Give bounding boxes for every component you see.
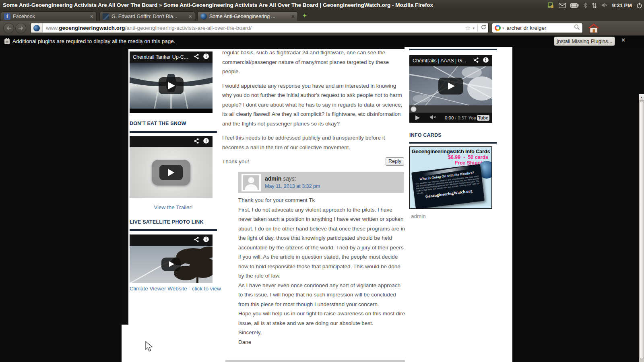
next-comment-header-edge — [225, 360, 405, 362]
divider — [409, 142, 497, 144]
network-manager-icon[interactable] — [547, 2, 554, 9]
climate-viewer-link[interactable]: Climate Viewer Website - click to view — [130, 286, 221, 292]
comment-author: admin says: — [265, 175, 296, 182]
notification-close-icon[interactable]: × — [621, 37, 625, 44]
share-icon[interactable] — [193, 138, 199, 146]
site-identity-box[interactable] — [31, 23, 43, 33]
google-search-engine-icon[interactable] — [495, 25, 501, 31]
search-bar[interactable]: ▾ archer dr kreiger — [492, 23, 583, 33]
url-text[interactable]: www.geoengineeringwatch.org/anti-geoengi… — [43, 25, 465, 31]
network-activity-icon[interactable] — [592, 2, 597, 8]
scrollbar[interactable]: ▲ ▼ — [639, 94, 644, 362]
search-magnifier-icon[interactable] — [574, 24, 580, 32]
bookmark-dropdown-icon[interactable]: ▾ — [473, 26, 475, 30]
video-footer-bar — [130, 109, 213, 113]
info-icon[interactable] — [203, 138, 209, 146]
new-tab-button[interactable]: + — [300, 12, 309, 20]
play-button[interactable] — [159, 77, 184, 94]
video-thumbnail-grey[interactable] — [130, 147, 213, 198]
clock[interactable]: 9:31 PM — [612, 2, 632, 8]
info-icon[interactable] — [203, 236, 209, 244]
tab-close-icon[interactable]: × — [291, 13, 295, 20]
video-title: Chemtrails | AAAS | G... — [409, 58, 473, 64]
video-thumbnail-sky-trees[interactable] — [130, 246, 213, 283]
plugin-icon — [4, 38, 10, 46]
site-favicon — [33, 25, 40, 31]
comment-date-link[interactable]: May 11, 2013 at 3:32 pm — [265, 183, 320, 189]
info-card-image: What is Going On with the Weather? Our w… — [411, 164, 485, 209]
reload-icon[interactable] — [481, 24, 487, 32]
tab-close-icon[interactable]: × — [189, 13, 192, 20]
comment-paragraph: regular basis, such as flightradar 24 an… — [222, 48, 404, 76]
forward-button[interactable] — [15, 23, 26, 33]
volume-muted-icon[interactable] — [601, 2, 608, 8]
tab-close-icon[interactable]: × — [90, 13, 93, 20]
comment-line: Dane — [238, 337, 406, 347]
tab-label: Some Anti-Geoengineering ... — [209, 14, 289, 19]
video-widget-chemtrails-aaas[interactable]: Chemtrails | AAAS | G... — [409, 55, 492, 123]
info-icon[interactable] — [203, 53, 209, 61]
video-thumbnail-aircraft[interactable] — [130, 63, 213, 109]
home-button[interactable] — [587, 23, 601, 34]
tab-facebook[interactable]: f Facebook × — [1, 11, 97, 21]
griffin-favicon — [103, 13, 109, 20]
facebook-favicon: f — [4, 13, 10, 20]
divider — [130, 131, 217, 133]
navigation-toolbar: www.geoengineeringwatch.org/anti-geoengi… — [0, 21, 644, 36]
battery-icon[interactable] — [570, 3, 579, 8]
bookmark-star-icon[interactable]: ☆ — [465, 25, 471, 31]
video-widget-trailer[interactable] — [130, 136, 213, 198]
scrubber-handle[interactable] — [411, 106, 417, 112]
scrollbar-up-arrow[interactable]: ▲ — [639, 94, 644, 101]
video-controls-bar: 0:00 / 0:57 YouTube — [409, 113, 492, 123]
comment-line: First, I do not advocate any violent app… — [238, 205, 406, 281]
youtube-logo[interactable]: YouTube — [469, 115, 489, 121]
divider — [409, 49, 497, 50]
window-title: Some Anti-Geoengineering Activists Are A… — [3, 2, 433, 8]
search-input[interactable]: archer dr kreiger — [507, 25, 574, 31]
tab-label: Facebook — [13, 14, 88, 19]
tab-geoengineering-active[interactable]: Some Anti-Geoengineering ... × — [197, 11, 298, 21]
video-widget-climate-viewer[interactable] — [130, 234, 213, 283]
infocard-title: Geoengineeringwatch Info Cards — [410, 148, 491, 154]
player-play-icon[interactable] — [415, 115, 420, 120]
view-trailer-link[interactable]: View the Trailer! — [130, 204, 217, 210]
play-button[interactable] — [161, 258, 181, 271]
mouse-cursor — [144, 341, 153, 354]
url-bar[interactable]: www.geoengineeringwatch.org/anti-geoengi… — [31, 23, 489, 33]
comment-text-block: regular basis, such as flightradar 24 an… — [222, 47, 404, 171]
install-missing-plugins-button[interactable]: Install Missing Plugins... — [554, 37, 615, 46]
infocard-admin-caption: admin — [411, 213, 426, 219]
search-engine-dropdown-icon[interactable]: ▾ — [502, 26, 504, 30]
video-widget-chemtrail-tanker[interactable]: Chemtrail Tanker Up-C... — [130, 51, 213, 113]
video-thumbnail-satellite[interactable] — [409, 66, 492, 105]
tab-griffin[interactable]: G. Edward Griffin: Don't Bla... × — [99, 11, 195, 21]
share-icon[interactable] — [193, 53, 199, 61]
scrollbar-thumb[interactable] — [640, 101, 644, 359]
tab-bar: f Facebook × G. Edward Griffin: Don't Bl… — [0, 10, 644, 21]
page-content: Chemtrail Tanker Up-C... DON’ — [122, 47, 512, 362]
share-icon[interactable] — [193, 237, 199, 244]
comment-line: Sincerely, — [238, 328, 406, 337]
player-mute-icon[interactable] — [429, 114, 437, 121]
player-time: 0:00 / 0:57 — [445, 115, 466, 120]
heading-info-cards: INFO CARDS — [409, 132, 442, 138]
video-progress-bar[interactable] — [409, 105, 492, 113]
mail-icon[interactable] — [559, 3, 566, 8]
reply-button[interactable]: Reply — [386, 157, 404, 166]
divider — [130, 229, 217, 231]
play-button[interactable] — [438, 78, 463, 95]
session-power-icon[interactable] — [636, 2, 642, 8]
info-icon[interactable] — [483, 57, 489, 65]
share-icon[interactable] — [473, 57, 479, 65]
bluetooth-icon[interactable] — [583, 2, 587, 8]
youtube-play-logo[interactable] — [152, 160, 190, 185]
heading-live-satellite: LIVE SATELLITE PHOTO LINK — [130, 219, 204, 225]
info-cards-ad[interactable]: Geoengineeringwatch Info Cards $6.99 - 5… — [409, 146, 492, 209]
avatar — [242, 174, 261, 191]
comment-line: Thank you for your comment Tk — [238, 195, 406, 205]
comment-paragraph: I feel this needs to be addressed public… — [222, 133, 404, 152]
back-button[interactable] — [3, 23, 14, 33]
divider — [477, 25, 478, 31]
notification-message: Additional plugins are required to displ… — [12, 35, 175, 47]
